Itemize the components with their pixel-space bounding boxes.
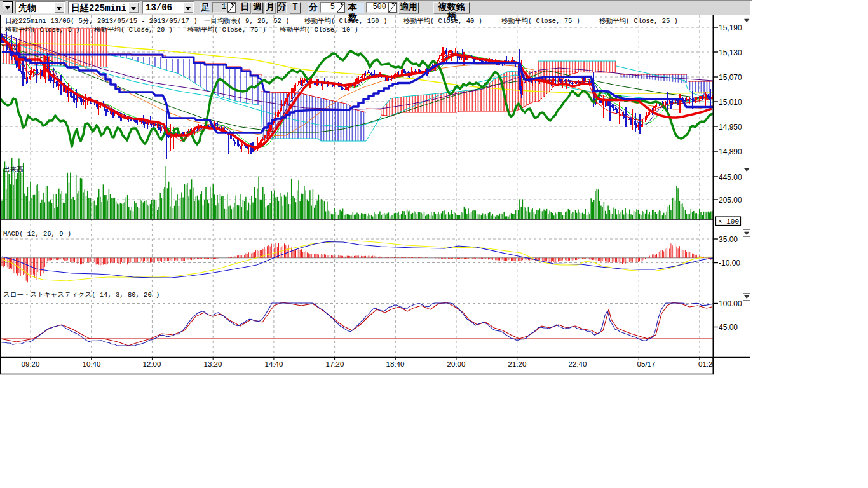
- svg-text:35.00: 35.00: [719, 235, 738, 244]
- svg-text:15,070: 15,070: [719, 73, 742, 82]
- svg-text:01:2: 01:2: [698, 360, 712, 368]
- svg-text:14:40: 14:40: [265, 360, 283, 368]
- svg-text:15,190: 15,190: [719, 24, 742, 32]
- svg-text:205.00: 205.00: [719, 196, 742, 205]
- svg-text:21:20: 21:20: [508, 360, 527, 368]
- svg-text:10:40: 10:40: [83, 360, 101, 368]
- svg-text:05/17: 05/17: [637, 360, 656, 368]
- svg-text:14,950: 14,950: [719, 123, 742, 132]
- svg-text:445.00: 445.00: [719, 173, 742, 182]
- svg-text:× 100: × 100: [718, 218, 739, 226]
- svg-text:-10.00: -10.00: [719, 259, 740, 268]
- svg-text:14,890: 14,890: [719, 147, 742, 156]
- svg-text:13:20: 13:20: [204, 360, 222, 368]
- svg-text:09:20: 09:20: [22, 360, 40, 368]
- svg-text:100.00: 100.00: [719, 299, 742, 308]
- svg-text:22:40: 22:40: [569, 360, 587, 368]
- svg-text:45.00: 45.00: [719, 323, 738, 332]
- svg-text:12:00: 12:00: [143, 360, 161, 368]
- svg-text:15,130: 15,130: [719, 48, 742, 57]
- svg-text:20:00: 20:00: [447, 360, 466, 368]
- svg-text:17:20: 17:20: [326, 360, 344, 368]
- svg-text:18:40: 18:40: [386, 360, 405, 368]
- svg-text:15,010: 15,010: [719, 98, 742, 107]
